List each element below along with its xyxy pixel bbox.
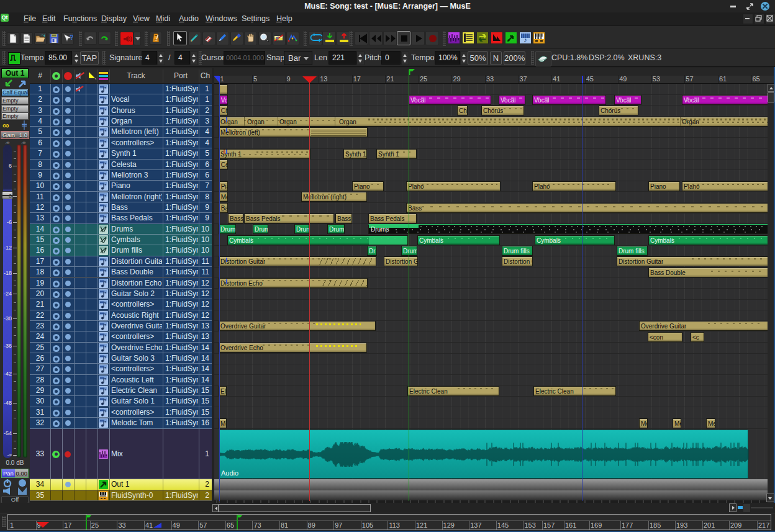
svg-text:♪: ♪ bbox=[523, 36, 527, 43]
svg-text:?: ? bbox=[70, 34, 73, 41]
